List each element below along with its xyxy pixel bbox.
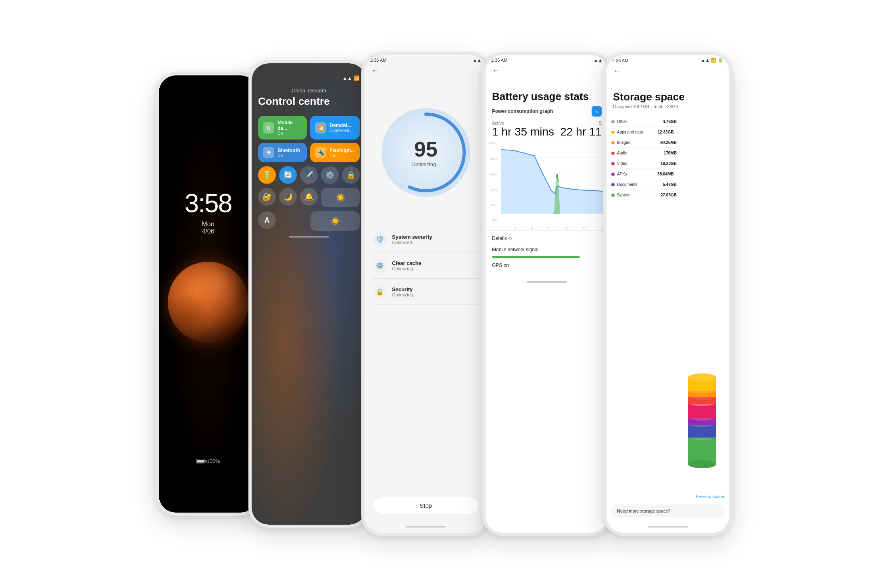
need-more-storage-banner: Need more storage space?: [611, 505, 724, 517]
home-indicator-battery: [486, 276, 608, 288]
lockscreen-screen: 3:58 Mon 4/06 100%: [159, 75, 257, 513]
control-grid: ⇅ Mobile da... On 📶 DemoM... Connected..…: [258, 116, 360, 162]
gps-item: GPS on: [492, 260, 602, 271]
nav-battery: ←: [486, 63, 608, 78]
status-bar-battery: 2:36 AM ▲▲: [486, 55, 608, 63]
home-indicator-security: [365, 521, 487, 533]
flashlight-button[interactable]: 🔦 Flashligh... On: [310, 143, 360, 162]
status-bar-security: 2:36 AM ▲▲: [365, 55, 487, 63]
wifi-button[interactable]: 📶 DemoM... Connected...: [310, 116, 360, 140]
storage-item-3: Audio 176MB: [611, 148, 677, 158]
security-screen: 2:36 AM ▲▲ ←: [365, 55, 487, 533]
free-space-link[interactable]: Free up space: [607, 492, 729, 501]
scan-item-cache: ⚙️ Clear cache Optimizing...: [373, 252, 479, 279]
storage-item-7: System 27.03GB: [611, 190, 677, 200]
back-button-battery[interactable]: ←: [492, 67, 499, 75]
storage-header: Storage space Occupied: 68.1GB | Total: …: [607, 79, 729, 117]
active-label: Active: [492, 121, 554, 125]
shield-icon: 🛡️: [373, 232, 387, 246]
home-indicator: [258, 231, 360, 243]
storage-list: Other 4.76GB Apps and data 12.33GB › Ima…: [611, 117, 677, 492]
lock-date: Mon 4/06: [202, 221, 214, 235]
nav-storage: ←: [607, 64, 729, 79]
storage-dot-4: [611, 162, 615, 165]
storage-content: Other 4.76GB Apps and data 12.33GB › Ima…: [607, 117, 729, 492]
carrier-label: China Telecom: [258, 88, 360, 94]
status-bar-storage: 2:36 AM ▲▲ 📶 🔋: [607, 55, 729, 64]
mobile-signal-item: Mobile network signal: [492, 244, 602, 255]
details-label: Details ◇: [492, 236, 602, 241]
control-centre-screen: ▲▲ 📶 China Telecom Control centre ⇅ Mobi…: [252, 63, 366, 525]
airplane-button[interactable]: ✈️: [300, 166, 318, 184]
mobile-data-button[interactable]: ⇅ Mobile da... On: [258, 116, 307, 140]
battery-saver-button[interactable]: 🔋: [258, 166, 276, 184]
svg-rect-7: [688, 436, 716, 464]
bluetooth-button[interactable]: ✦ Bluetooth On: [258, 143, 307, 162]
screen-lock-button[interactable]: 🔐: [258, 188, 276, 206]
control-bottom-row: A ☀️: [258, 211, 360, 231]
storage-screen: 2:36 AM ▲▲ 📶 🔋 ← Storage space Occupied:…: [607, 55, 729, 533]
stop-button[interactable]: Stop: [373, 497, 479, 514]
storage-item-2: Images 90.25MB: [611, 138, 677, 148]
active-time: 1 hr 35 mins: [492, 125, 554, 138]
storage-dot-1: [611, 131, 615, 134]
scan-item-system: 🛡️ System security Optimized: [373, 226, 479, 252]
mars-planet: [168, 262, 248, 342]
lock-time: 3:58: [185, 188, 232, 218]
user-avatar[interactable]: A: [258, 211, 276, 229]
scan-number: 95: [411, 137, 440, 161]
phones-container: 3:58 Mon 4/06 100% ▲▲ 📶: [41, 32, 847, 556]
graph-toggle[interactable]: ∧: [592, 106, 602, 117]
storage-dot-2: [611, 141, 615, 144]
control-title: Control centre: [258, 95, 360, 108]
standby-time: 22 hr 11: [560, 125, 602, 138]
battery-chart: 100%80%60%40%20%0% 0369121518: [486, 142, 608, 230]
storage-item-5[interactable]: APKs 38.04MB ›: [611, 169, 677, 179]
storage-dot-3: [611, 152, 615, 155]
scan-item-security: 🔒 Security Optimizing...: [373, 279, 479, 305]
phone-lockscreen: 3:58 Mon 4/06 100%: [156, 72, 261, 516]
phone-control-centre: ▲▲ 📶 China Telecom Control centre ⇅ Mobi…: [248, 60, 369, 528]
extra-button[interactable]: ⚙️: [321, 166, 339, 184]
brightness-button[interactable]: ☀️: [321, 188, 360, 207]
scan-items-list: 🛡️ System security Optimized ⚙️ Clear ca…: [365, 226, 487, 358]
nav-security: ←: [365, 63, 487, 78]
lock-battery: 100%: [196, 458, 220, 464]
storage-dot-0: [611, 120, 615, 123]
storage-cylinder: [680, 117, 724, 492]
storage-dot-5: [611, 173, 615, 176]
security-icon: 🔒: [373, 284, 387, 299]
svg-point-20: [688, 373, 716, 382]
storage-item-1[interactable]: Apps and data 12.33GB ›: [611, 127, 677, 137]
standby-label: S: [560, 121, 602, 125]
storage-subtitle: Occupied: 68.1GB | Total: 128GB: [613, 104, 723, 109]
svg-point-21: [688, 460, 716, 468]
phone-storage: 2:36 AM ▲▲ 📶 🔋 ← Storage space Occupied:…: [603, 52, 732, 536]
storage-dot-6: [611, 183, 615, 186]
brightness-control[interactable]: ☀️: [311, 211, 360, 231]
control-row2: 🔐 🌙 🔔 ☀️: [258, 188, 360, 207]
battery-screen: 2:36 AM ▲▲ ← Battery usage stats Power c…: [486, 55, 608, 533]
cache-icon: ⚙️: [373, 258, 387, 273]
lock-rotate-button[interactable]: 🔒: [342, 166, 360, 184]
scan-circle: 95 Optimizing...: [365, 78, 487, 226]
scan-label: Optimizing...: [411, 161, 440, 167]
sync-button[interactable]: 🔄: [279, 166, 297, 184]
battery-header: Battery usage stats Power consumption gr…: [486, 78, 608, 121]
dnd-button[interactable]: 🌙: [279, 188, 297, 206]
battery-details: Details ◇ Mobile network signal GPS on: [486, 230, 608, 276]
back-button[interactable]: ←: [371, 67, 378, 75]
signal-icons: ▲▲ 📶: [342, 75, 360, 81]
storage-title: Storage space: [613, 91, 723, 103]
mute-button[interactable]: 🔔: [300, 188, 318, 206]
control-small-grid: 🔋 🔄 ✈️ ⚙️ 🔒: [258, 166, 360, 184]
phone-security: 2:36 AM ▲▲ ←: [361, 52, 490, 536]
battery-subtitle: Power consumption graph: [492, 108, 553, 114]
home-indicator-storage: [607, 521, 729, 533]
back-button-storage[interactable]: ←: [613, 67, 620, 75]
storage-item-6: Documents 5.47GB: [611, 180, 677, 190]
battery-title: Battery usage stats: [492, 90, 602, 103]
storage-item-4: Video 18.23GB: [611, 159, 677, 169]
storage-item-0: Other 4.76GB: [611, 117, 677, 127]
storage-dot-7: [611, 194, 615, 197]
